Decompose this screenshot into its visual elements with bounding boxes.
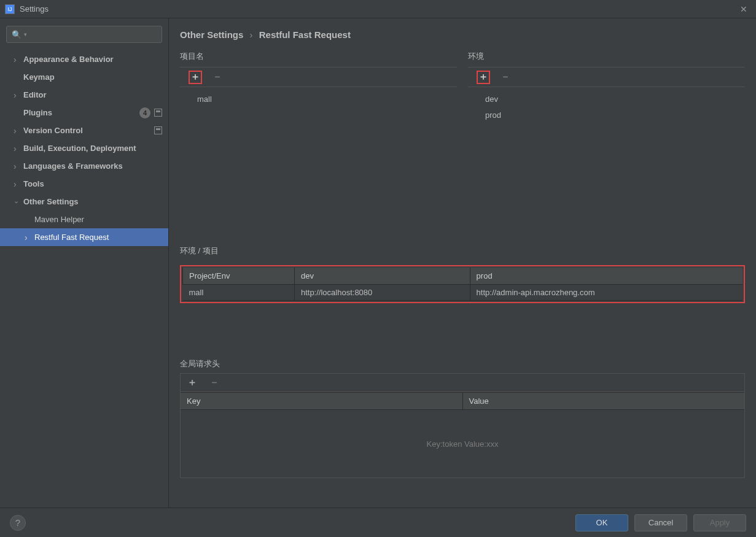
tree-item-label: Keymap (23, 72, 168, 82)
project-toolbar: ＋ － (180, 68, 457, 87)
tree-item-label: Languages & Frameworks (23, 161, 168, 171)
chevron-icon (25, 233, 32, 242)
tree-item[interactable]: Maven Helper (0, 211, 168, 228)
chevron-icon (14, 126, 21, 136)
headers-table[interactable]: KeyValue (181, 392, 744, 410)
chevron-icon (14, 198, 21, 206)
list-item[interactable]: dev (485, 91, 745, 107)
table-row[interactable]: mallhttp://localhost:8080http://admin-ap… (183, 285, 743, 301)
matrix-section: 环境 / 项目 Project/Envdevprodmallhttp://loc… (180, 245, 745, 303)
project-list: mall (180, 87, 457, 131)
table-cell[interactable]: mall (183, 285, 295, 301)
dialog-footer: ? OK Cancel Apply (0, 508, 756, 537)
content-panel: Other Settings › Restful Fast Request 项目… (169, 18, 756, 508)
apply-button[interactable]: Apply (693, 514, 746, 531)
tree-item[interactable]: Appearance & Behavior (0, 50, 168, 68)
chevron-icon (14, 90, 21, 100)
tree-item-label: Version Control (23, 126, 154, 135)
chevron-icon (14, 179, 21, 189)
project-remove-button[interactable]: － (211, 71, 224, 84)
table-cell[interactable]: http://admin-api.macrozheng.com (470, 285, 742, 301)
tree-item-label: Restful Fast Request (34, 233, 168, 242)
tree-item-label: Tools (23, 179, 168, 188)
settings-sidebar: 🔍 ▾ Appearance & BehaviorKeymapEditorPlu… (0, 18, 169, 508)
tree-item[interactable]: Plugins4 (0, 104, 168, 122)
table-header: Value (462, 393, 744, 410)
project-level-icon (154, 126, 162, 134)
tree-item-label: Appearance & Behavior (23, 55, 168, 64)
list-item[interactable]: mall (197, 91, 457, 107)
breadcrumb-sep: › (250, 29, 253, 40)
headers-toolbar: ＋ － (181, 374, 744, 392)
tree-item-label: Build, Execution, Deployment (23, 144, 168, 153)
cancel-button[interactable]: Cancel (634, 514, 687, 531)
chevron-icon (14, 144, 21, 153)
tree-item[interactable]: Restful Fast Request (0, 228, 168, 246)
matrix-table[interactable]: Project/Envdevprodmallhttp://localhost:8… (182, 268, 742, 301)
tree-item-label: Plugins (23, 108, 139, 117)
env-column: 环境 ＋ － devprod (468, 51, 745, 147)
headers-placeholder: Key:token Value:xxx (181, 410, 744, 477)
headers-remove-button[interactable]: － (208, 376, 221, 390)
ok-button[interactable]: OK (575, 514, 628, 531)
table-header: prod (470, 268, 742, 285)
tree-item-label: Editor (23, 90, 168, 99)
search-dropdown-caret: ▾ (24, 31, 27, 37)
env-toolbar: ＋ － (468, 68, 745, 87)
titlebar: IJ Settings ✕ (0, 0, 756, 18)
global-headers-label: 全局请求头 (180, 358, 745, 369)
tree-item[interactable]: Build, Execution, Deployment (0, 139, 168, 157)
project-level-icon (154, 109, 162, 117)
table-header: Project/Env (183, 268, 295, 285)
badge: 4 (139, 107, 150, 118)
matrix-section-label: 环境 / 项目 (180, 245, 745, 257)
search-input[interactable]: 🔍 ▾ (6, 26, 162, 43)
settings-tree: Appearance & BehaviorKeymapEditorPlugins… (0, 49, 168, 508)
app-icon: IJ (5, 4, 15, 14)
global-headers-section: 全局请求头 ＋ － KeyValue Key:token Value:xxx (180, 358, 745, 478)
window-title: Settings (20, 4, 736, 14)
tree-item[interactable]: Tools (0, 175, 168, 193)
list-item[interactable]: prod (485, 107, 745, 123)
matrix-highlight-box: Project/Envdevprodmallhttp://localhost:8… (180, 265, 745, 303)
tree-item[interactable]: Other Settings (0, 193, 168, 211)
env-remove-button[interactable]: － (499, 71, 512, 84)
chevron-icon (14, 161, 21, 171)
tree-item[interactable]: Keymap (0, 68, 168, 86)
project-section-label: 项目名 (180, 51, 457, 62)
chevron-icon (14, 55, 21, 64)
table-cell[interactable]: http://localhost:8080 (294, 285, 470, 301)
breadcrumb-parent[interactable]: Other Settings (180, 29, 243, 40)
tree-item-label: Other Settings (23, 197, 168, 206)
table-header: Key (181, 393, 462, 410)
breadcrumb-current: Restful Fast Request (259, 29, 351, 40)
env-section-label: 环境 (468, 51, 745, 62)
project-column: 项目名 ＋ － mall (180, 51, 457, 147)
env-list: devprod (468, 87, 745, 147)
tree-item-label: Maven Helper (34, 215, 168, 224)
close-icon[interactable]: ✕ (736, 3, 751, 15)
tree-item[interactable]: Languages & Frameworks (0, 157, 168, 175)
tree-item[interactable]: Editor (0, 86, 168, 104)
search-icon: 🔍 (12, 30, 21, 39)
breadcrumb: Other Settings › Restful Fast Request (180, 29, 745, 40)
table-header: dev (294, 268, 470, 285)
help-button[interactable]: ? (10, 515, 26, 531)
headers-add-button[interactable]: ＋ (185, 376, 199, 390)
project-add-button[interactable]: ＋ (189, 71, 202, 84)
env-add-button[interactable]: ＋ (477, 71, 490, 84)
tree-item[interactable]: Version Control (0, 122, 168, 139)
